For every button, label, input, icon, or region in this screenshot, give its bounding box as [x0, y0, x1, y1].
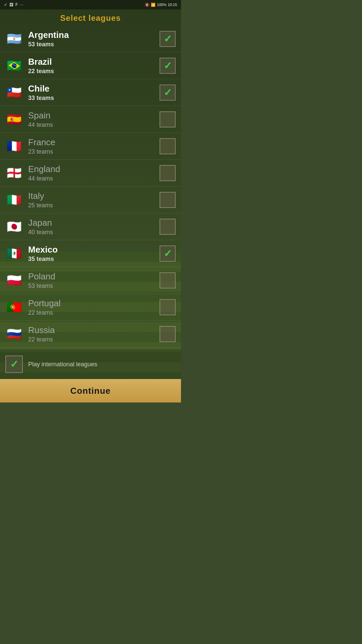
- flag-mexico: 🇲🇽: [5, 245, 23, 262]
- league-item-brazil[interactable]: 🇧🇷Brazil22 teams✓: [0, 52, 181, 79]
- continue-label: Continue: [70, 386, 111, 396]
- status-left-icons: ✓ 🖼 F ···: [4, 2, 23, 7]
- checkbox-mexico[interactable]: ✓: [160, 246, 176, 262]
- international-label: Play international leagues: [28, 361, 97, 368]
- mute-icon: 🔇: [145, 3, 149, 7]
- flag-japan: 🇯🇵: [5, 218, 23, 235]
- international-leagues-row[interactable]: ✓ Play international leagues: [5, 353, 176, 376]
- league-teams-russia: 22 teams: [28, 336, 160, 343]
- league-item-poland[interactable]: 🇵🇱Poland53 teams: [0, 267, 181, 294]
- check-icon: ✓: [4, 2, 7, 7]
- image-icon: 🖼: [9, 2, 13, 7]
- page-title: Select leagues: [0, 9, 181, 25]
- league-item-japan[interactable]: 🇯🇵Japan40 teams: [0, 213, 181, 240]
- league-info-portugal: Portugal22 teams: [28, 298, 160, 316]
- league-info-chile: Chile33 teams: [28, 84, 160, 102]
- league-teams-france: 23 teams: [28, 148, 160, 155]
- flag-chile: 🇨🇱: [5, 84, 23, 101]
- league-item-italy[interactable]: 🇮🇹Italy25 teams: [0, 186, 181, 213]
- league-info-russia: Russia22 teams: [28, 325, 160, 343]
- bottom-section: ✓ Play international leagues: [0, 350, 181, 379]
- status-bar: ✓ 🖼 F ··· 🔇 📶 100% 10:15: [0, 0, 181, 9]
- league-teams-spain: 44 teams: [28, 121, 160, 128]
- league-info-spain: Spain44 teams: [28, 110, 160, 128]
- league-item-russia[interactable]: 🇷🇺Russia22 teams: [0, 321, 181, 347]
- league-item-france[interactable]: 🇫🇷France23 teams: [0, 133, 181, 160]
- league-teams-italy: 25 teams: [28, 202, 160, 209]
- league-info-argentina: Argentina53 teams: [28, 30, 160, 48]
- checkbox-france[interactable]: [160, 138, 176, 154]
- checkbox-argentina[interactable]: ✓: [160, 31, 176, 47]
- checkmark-mexico: ✓: [164, 249, 172, 259]
- checkmark-chile: ✓: [164, 88, 172, 98]
- league-info-france: France23 teams: [28, 137, 160, 155]
- checkmark-argentina: ✓: [164, 34, 172, 44]
- league-info-mexico: Mexico35 teams: [28, 245, 160, 263]
- league-info-japan: Japan40 teams: [28, 218, 160, 236]
- flag-russia: 🇷🇺: [5, 325, 23, 343]
- flag-portugal: 🇵🇹: [5, 299, 23, 316]
- league-name-japan: Japan: [28, 218, 160, 228]
- flag-brazil: 🇧🇷: [5, 57, 23, 74]
- league-name-chile: Chile: [28, 84, 160, 94]
- checkbox-chile[interactable]: ✓: [160, 85, 176, 101]
- flag-france: 🇫🇷: [5, 138, 23, 155]
- league-item-chile[interactable]: 🇨🇱Chile33 teams✓: [0, 79, 181, 106]
- flip-icon: F: [15, 2, 18, 7]
- league-teams-japan: 40 teams: [28, 229, 160, 236]
- checkbox-poland[interactable]: [160, 272, 176, 288]
- league-teams-chile: 33 teams: [28, 95, 160, 102]
- league-item-portugal[interactable]: 🇵🇹Portugal22 teams: [0, 294, 181, 321]
- checkbox-england[interactable]: [160, 165, 176, 181]
- league-name-argentina: Argentina: [28, 30, 160, 40]
- flag-spain: 🇪🇸: [5, 111, 23, 128]
- more-icon: ···: [20, 2, 23, 7]
- league-name-brazil: Brazil: [28, 57, 160, 67]
- league-name-russia: Russia: [28, 325, 160, 335]
- league-teams-argentina: 53 teams: [28, 41, 160, 48]
- checkbox-portugal[interactable]: [160, 299, 176, 315]
- league-item-spain[interactable]: 🇪🇸Spain44 teams: [0, 106, 181, 133]
- league-name-italy: Italy: [28, 191, 160, 201]
- battery-text: 100%: [157, 3, 166, 7]
- league-teams-portugal: 22 teams: [28, 309, 160, 316]
- league-info-brazil: Brazil22 teams: [28, 57, 160, 75]
- flag-argentina: 🇦🇷: [5, 30, 23, 48]
- league-name-england: England: [28, 164, 160, 174]
- checkmark-brazil: ✓: [164, 61, 172, 71]
- checkbox-italy[interactable]: [160, 192, 176, 208]
- league-name-poland: Poland: [28, 271, 160, 282]
- league-teams-mexico: 35 teams: [28, 256, 160, 263]
- league-info-poland: Poland53 teams: [28, 271, 160, 289]
- time-display: 10:15: [168, 3, 177, 7]
- continue-button[interactable]: Continue: [0, 379, 181, 402]
- international-checkmark: ✓: [10, 359, 18, 369]
- checkbox-spain[interactable]: [160, 111, 176, 127]
- league-name-france: France: [28, 137, 160, 148]
- league-teams-england: 44 teams: [28, 175, 160, 182]
- league-info-england: England44 teams: [28, 164, 160, 182]
- league-item-mexico[interactable]: 🇲🇽Mexico35 teams✓: [0, 240, 181, 267]
- league-name-spain: Spain: [28, 110, 160, 121]
- checkbox-brazil[interactable]: ✓: [160, 58, 176, 74]
- leagues-list: 🇦🇷Argentina53 teams✓🇧🇷Brazil22 teams✓🇨🇱C…: [0, 25, 181, 350]
- league-item-argentina[interactable]: 🇦🇷Argentina53 teams✓: [0, 25, 181, 52]
- flag-italy: 🇮🇹: [5, 191, 23, 209]
- checkbox-russia[interactable]: [160, 326, 176, 342]
- status-right-icons: 🔇 📶 100% 10:15: [145, 3, 177, 7]
- checkbox-japan[interactable]: [160, 219, 176, 235]
- wifi-icon: 📶: [151, 3, 156, 7]
- international-checkbox[interactable]: ✓: [5, 356, 23, 373]
- league-info-italy: Italy25 teams: [28, 191, 160, 209]
- flag-england: 🏴󠁧󠁢󠁥󠁮󠁧󠁿: [5, 164, 23, 182]
- league-item-england[interactable]: 🏴󠁧󠁢󠁥󠁮󠁧󠁿England44 teams: [0, 160, 181, 186]
- league-teams-brazil: 22 teams: [28, 68, 160, 75]
- league-name-portugal: Portugal: [28, 298, 160, 309]
- flag-poland: 🇵🇱: [5, 272, 23, 289]
- league-name-mexico: Mexico: [28, 245, 160, 255]
- league-teams-poland: 53 teams: [28, 282, 160, 289]
